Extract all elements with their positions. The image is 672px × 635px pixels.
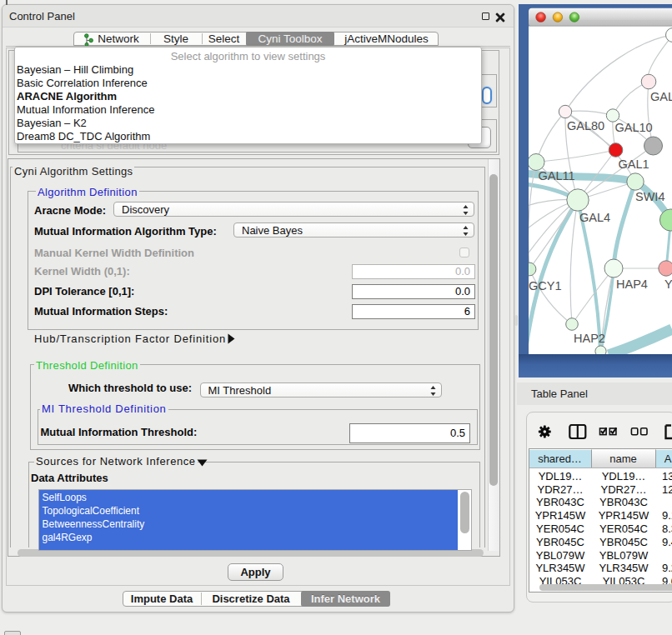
svg-text:SWI4: SWI4 — [635, 190, 664, 203]
svg-text:YJ: YJ — [664, 278, 672, 291]
svg-text:GCY1: GCY1 — [529, 279, 562, 292]
svg-text:HAP4: HAP4 — [616, 278, 648, 291]
svg-text:GAL10: GAL10 — [615, 121, 653, 134]
svg-text:GAL11: GAL11 — [539, 169, 575, 182]
svg-text:GAL4: GAL4 — [579, 211, 610, 224]
svg-text:HAP2: HAP2 — [574, 332, 605, 345]
svg-text:GAL1: GAL1 — [619, 158, 649, 171]
svg-text:GAL80: GAL80 — [567, 119, 604, 132]
svg-text:GAL2: GAL2 — [650, 90, 672, 103]
